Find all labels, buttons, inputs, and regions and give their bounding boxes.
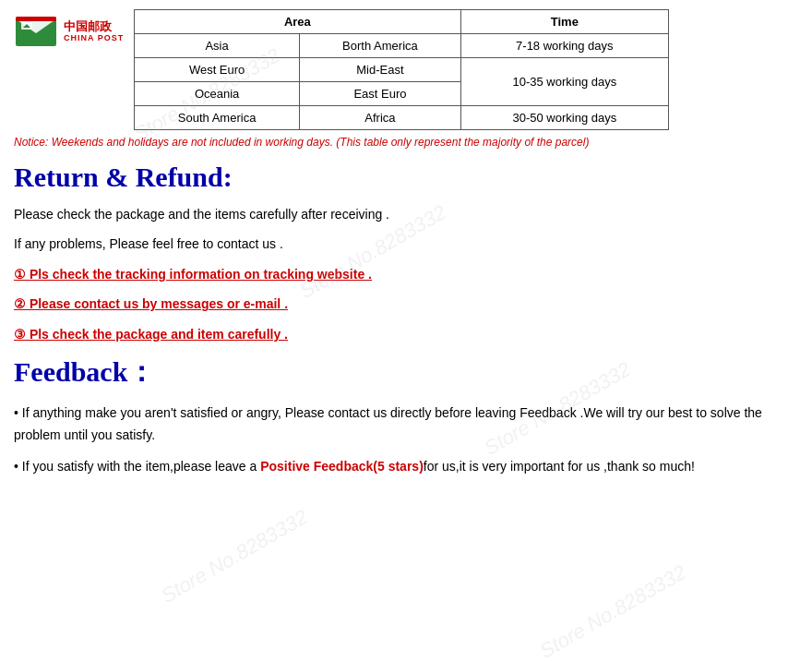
cell-7-18: 7-18 working days	[460, 34, 668, 58]
return-item-1: ① Pls check the tracking information on …	[14, 264, 798, 284]
header-time-cell: Time	[460, 10, 668, 34]
header-area-cell: Area	[135, 10, 461, 34]
logo-box: 中国邮政 CHINA POST	[14, 9, 125, 54]
watermark-5: Store No.8283332	[535, 560, 690, 661]
table-row: West Euro Mid-East 10-35 working days	[135, 58, 669, 82]
positive-feedback-highlight: Positive Feedback(5 stars)	[260, 459, 424, 474]
cell-oceania: Oceania	[135, 82, 300, 106]
return-item-2: ② Please contact us by messages or e-mai…	[14, 294, 798, 314]
return-item-3: ③ Pls check the package and item careful…	[14, 324, 798, 344]
feedback-section: Feedback： • If anything make you aren't …	[14, 354, 798, 477]
feedback-bullet-2: • If you satisfy with the item,please le…	[14, 456, 798, 478]
logo-text: 中国邮政 CHINA POST	[64, 19, 124, 43]
table-row: Asia Borth America 7-18 working days	[135, 34, 669, 58]
cell-west-euro: West Euro	[135, 58, 300, 82]
return-refund-title: Return & Refund:	[14, 162, 798, 193]
feedback-bullet-2-pre: • If you satisfy with the item,please le…	[14, 459, 260, 474]
return-para-1: Please check the package and the items c…	[14, 204, 798, 224]
feedback-bullet-1: • If anything make you aren't satisfied …	[14, 403, 798, 447]
cell-south-america: South America	[135, 106, 300, 130]
return-refund-section: Return & Refund: Please check the packag…	[14, 162, 798, 344]
logo-cn: 中国邮政	[64, 19, 124, 34]
cell-mid-east: Mid-East	[300, 58, 460, 82]
cell-10-35: 10-35 working days	[460, 58, 668, 106]
cell-borth-america: Borth America	[300, 34, 460, 58]
table-row: South America Africa 30-50 working days	[135, 106, 669, 130]
cell-east-euro: East Euro	[300, 82, 460, 106]
watermark-4: Store No.8283332	[157, 505, 312, 608]
table-header-row: Area Time	[135, 10, 669, 34]
china-post-icon	[14, 9, 58, 54]
cell-africa: Africa	[300, 106, 460, 130]
header-area: 中国邮政 CHINA POST Area Time Asia Borth Ame…	[14, 9, 798, 130]
cell-asia: Asia	[135, 34, 300, 58]
feedback-title: Feedback：	[14, 354, 798, 391]
notice-text: Notice: Weekends and holidays are not in…	[14, 136, 798, 149]
svg-rect-2	[16, 17, 56, 21]
cell-30-50: 30-50 working days	[460, 106, 668, 130]
feedback-bullet-2-post: for us,it is very important for us ,than…	[424, 459, 695, 474]
return-para-2: If any problems, Please feel free to con…	[14, 234, 798, 254]
logo-en: CHINA POST	[64, 33, 124, 43]
shipping-table: Area Time Asia Borth America 7-18 workin…	[134, 9, 669, 130]
